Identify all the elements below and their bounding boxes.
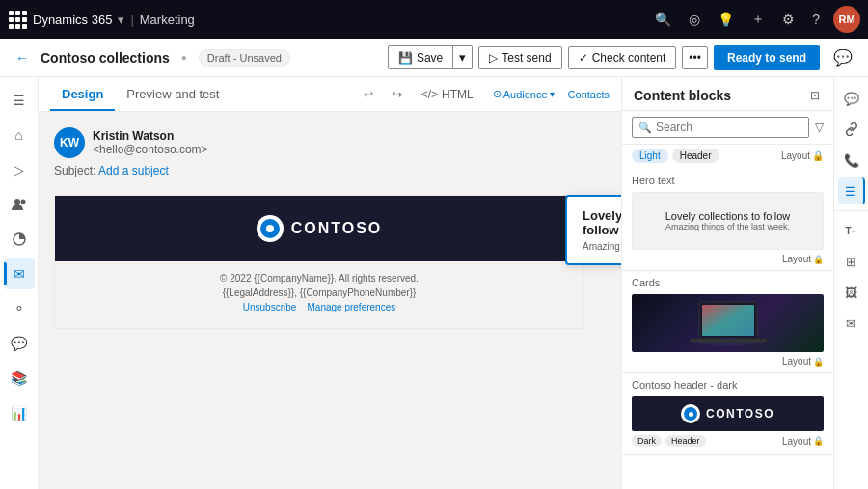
hero-text-preview[interactable]: Lovely collections to follow Amazing thi… xyxy=(632,192,824,250)
rail-image-icon[interactable]: 🖼 xyxy=(838,279,865,306)
contoso-dark-title: Contoso header - dark xyxy=(632,379,824,391)
hero-block-footer: Layout 🔒 xyxy=(632,254,824,264)
hero-text-card: Lovely collections to follow Amazing thi… xyxy=(565,195,621,265)
unsubscribe-link[interactable]: Unsubscribe xyxy=(243,302,297,312)
search-input[interactable] xyxy=(656,121,802,134)
user-avatar[interactable]: RM xyxy=(833,6,860,33)
sender-name: Kristin Watson xyxy=(93,129,208,143)
rail-text-add-icon[interactable]: T+ xyxy=(838,217,865,244)
chat-panel-button[interactable]: 💬 xyxy=(829,44,856,70)
secondary-navigation: ← Contoso collections ● Draft - Unsaved … xyxy=(0,39,868,77)
rail-comments-icon[interactable]: 💬 xyxy=(838,85,865,112)
save-button[interactable]: 💾 Save xyxy=(388,45,453,69)
cards-block: Cards xyxy=(622,271,833,373)
tag-layout[interactable]: Layout 🔒 xyxy=(781,149,824,163)
left-sidebar: ☰ ⌂ ▷ ✉ ⚬ 💬 📚 📊 xyxy=(0,77,39,489)
sender-email: <hello@contoso.com> xyxy=(93,143,208,156)
sidebar-item-home[interactable]: ⌂ xyxy=(4,120,35,150)
html-button[interactable]: </> HTML xyxy=(416,85,479,104)
page-title: Contoso collections xyxy=(41,50,170,66)
hero-card-title: Lovely collections to follow xyxy=(583,208,621,237)
hero-card-subtitle: Amazing things of the last week. xyxy=(583,241,621,252)
cards-title: Cards xyxy=(632,277,824,288)
filter-button[interactable]: ▽ xyxy=(815,121,824,134)
contacts-label: Contacts xyxy=(568,89,610,100)
subject-link[interactable]: Add a subject xyxy=(98,164,169,177)
rail-phone-icon[interactable]: 📞 xyxy=(838,147,865,174)
hero-layout-link[interactable]: Layout 🔒 xyxy=(782,254,824,264)
sidebar-item-messages[interactable]: 💬 xyxy=(4,328,35,359)
back-button[interactable]: ← xyxy=(12,48,33,68)
search-button[interactable]: 🔍 xyxy=(651,8,675,31)
email-canvas: KW Kristin Watson <hello@contoso.com> Su… xyxy=(39,112,621,489)
save-icon: 💾 xyxy=(398,51,413,65)
content-blocks-panel: Content blocks ⊡ 🔍 ▽ Light Header Layout… xyxy=(621,77,833,489)
dark-tag-header[interactable]: Header xyxy=(665,435,706,447)
footer-copy: © 2022 {{CompanyName}}. All rights reser… xyxy=(74,273,564,284)
email-footer: © 2022 {{CompanyName}}. All rights reser… xyxy=(55,261,583,328)
cards-lock-icon: 🔒 xyxy=(813,357,824,367)
check-icon: ✓ xyxy=(579,51,588,65)
manage-prefs-link[interactable]: Manage preferences xyxy=(307,302,395,312)
settings-button[interactable]: ⚙ xyxy=(778,8,799,31)
contoso-dark-preview[interactable]: CONTOSO xyxy=(632,396,824,431)
cards-preview[interactable] xyxy=(632,294,824,352)
sidebar-item-journeys[interactable]: ▷ xyxy=(4,154,35,185)
test-send-button[interactable]: ▷ Test send xyxy=(478,46,561,69)
sidebar-item-menu[interactable]: ☰ xyxy=(4,85,35,116)
svg-rect-6 xyxy=(690,339,767,342)
status-badge: Draft - Unsaved xyxy=(199,49,290,67)
cards-block-footer: Layout 🔒 xyxy=(632,356,824,367)
dark-logo-text: CONTOSO xyxy=(706,407,774,421)
hero-text-title: Hero text xyxy=(632,175,824,186)
sender-row: KW Kristin Watson <hello@contoso.com> xyxy=(54,127,606,158)
check-content-button[interactable]: ✓ Check content xyxy=(568,46,677,69)
dark-tag-dark[interactable]: Dark xyxy=(632,435,662,447)
rail-list-icon[interactable]: ☰ xyxy=(838,177,865,204)
sidebar-item-cloud[interactable]: ⚬ xyxy=(4,293,35,324)
save-dropdown-button[interactable]: ▾ xyxy=(453,45,473,69)
sidebar-item-contacts[interactable] xyxy=(4,189,35,220)
panel-collapse-button[interactable]: ⊡ xyxy=(808,87,822,104)
email-body: CONTOSO © 2022 {{CompanyName}}. All righ… xyxy=(54,195,584,329)
tab-preview[interactable]: Preview and test xyxy=(115,79,231,111)
sidebar-item-library[interactable]: 📚 xyxy=(4,363,35,394)
sender-avatar: KW xyxy=(54,127,85,158)
undo-button[interactable]: ↩ xyxy=(358,85,379,104)
svg-point-1 xyxy=(20,200,25,204)
sidebar-item-segments[interactable] xyxy=(4,224,35,255)
contoso-header-dark-block: Contoso header - dark CONTOSO Dark Heade… xyxy=(622,373,833,455)
dark-logo: CONTOSO xyxy=(681,404,774,423)
rail-links-icon[interactable] xyxy=(838,116,865,143)
audience-button[interactable]: ⊙ Audience ▾ xyxy=(487,85,560,103)
tabs-bar: Design Preview and test ↩ ↪ </> HTML ⊙ A… xyxy=(39,77,621,112)
hero-preview-sub: Amazing things of the last week. xyxy=(665,222,791,231)
ready-to-send-button[interactable]: Ready to send xyxy=(714,45,820,70)
email-hero-banner: CONTOSO xyxy=(55,196,583,261)
sender-info: Kristin Watson <hello@contoso.com> xyxy=(93,129,208,156)
svg-point-0 xyxy=(14,199,20,204)
module-name: Marketing xyxy=(140,13,195,27)
help-button[interactable]: ? xyxy=(808,8,824,31)
cards-layout-link[interactable]: Layout 🔒 xyxy=(782,356,824,367)
sidebar-item-emails[interactable]: ✉ xyxy=(4,258,35,289)
search-wrapper: 🔍 xyxy=(632,117,809,138)
ai-button[interactable]: ◎ xyxy=(685,8,704,31)
tab-design[interactable]: Design xyxy=(50,79,115,111)
tag-header[interactable]: Header xyxy=(672,149,719,163)
lightbulb-button[interactable]: 💡 xyxy=(714,8,738,31)
add-button[interactable]: ＋ xyxy=(747,7,769,32)
sidebar-item-analytics[interactable]: 📊 xyxy=(4,397,35,428)
hero-text-block: Hero text Lovely collections to follow A… xyxy=(622,169,833,271)
contoso-dark-tags: Dark Header Layout 🔒 xyxy=(632,431,824,448)
lock-icon: 🔒 xyxy=(812,150,824,161)
more-options-button[interactable]: ••• xyxy=(682,46,708,69)
redo-button[interactable]: ↪ xyxy=(387,85,408,104)
dark-layout-link[interactable]: Layout 🔒 xyxy=(782,436,824,447)
tag-light[interactable]: Light xyxy=(632,149,668,163)
rail-send-icon[interactable]: ✉ xyxy=(838,310,865,337)
rail-crop-icon[interactable]: ⊞ xyxy=(838,248,865,275)
hero-lock-icon: 🔒 xyxy=(813,255,824,264)
waffle-menu[interactable] xyxy=(8,10,27,29)
block-tags-row: Light Header Layout 🔒 xyxy=(622,145,833,169)
